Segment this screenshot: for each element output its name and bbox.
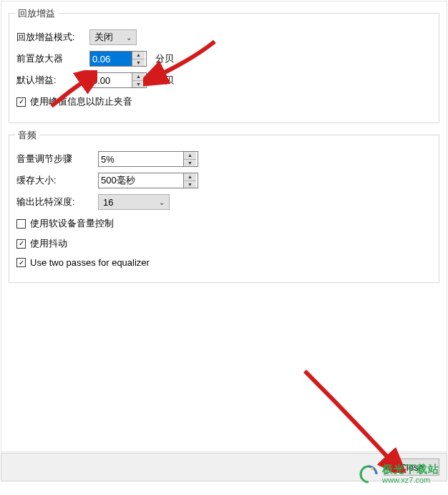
input-default-gain[interactable] (90, 73, 132, 87)
label-preamp: 前置放大器 (16, 52, 84, 65)
label-peak: 使用峰值信息以防止夹音 (30, 95, 132, 108)
spin-up-icon[interactable]: ▲ (132, 73, 145, 81)
spinner-default-gain[interactable]: ▲ ▼ (89, 72, 147, 88)
checkbox-peak[interactable]: ✓ (16, 97, 26, 107)
spin-down-icon[interactable]: ▼ (132, 59, 145, 67)
spin-down-icon[interactable]: ▼ (132, 81, 145, 88)
input-buffer[interactable] (99, 173, 183, 188)
input-preamp[interactable] (90, 52, 132, 66)
group-audio-legend: 音频 (15, 129, 39, 142)
spinner-volstep[interactable]: ▲ ▼ (98, 151, 198, 167)
spinner-preamp[interactable]: ▲ ▼ (89, 51, 147, 67)
checkbox-twopass[interactable]: ✓ (16, 258, 26, 267)
combo-bitdepth-value: 16 (103, 197, 113, 208)
spin-up-icon[interactable]: ▲ (132, 52, 145, 59)
checkbox-dither[interactable]: ✓ (16, 239, 26, 249)
group-replay-legend: 回放增益 (15, 7, 58, 20)
label-softvol: 使用软设备音量控制 (30, 217, 114, 230)
label-volstep: 音量调节步骤 (16, 153, 92, 165)
label-default-gain-unit: 分贝 (155, 74, 174, 87)
label-preamp-unit: 分贝 (155, 52, 174, 65)
label-twopass: Use two passes for equalizer (30, 257, 150, 268)
button-bar: Close (1, 453, 447, 481)
group-replay-gain: 回放增益 回放增益模式: 关闭 ⌄ 前置放大器 ▲ ▼ 分贝 默认增益: (9, 13, 439, 123)
label-bitdepth: 输出比特深度: (16, 196, 92, 208)
spin-up-icon[interactable]: ▲ (184, 152, 196, 160)
combo-bitdepth[interactable]: 16 ⌄ (98, 194, 170, 210)
spin-up-icon[interactable]: ▲ (184, 173, 196, 181)
combo-replay-mode[interactable]: 关闭 ⌄ (89, 29, 137, 45)
label-dither: 使用抖动 (30, 237, 67, 250)
label-buffer: 缓存大小: (16, 174, 92, 187)
spinner-buffer[interactable]: ▲ ▼ (98, 173, 198, 188)
label-replay-mode: 回放增益模式: (16, 31, 84, 44)
label-default-gain: 默认增益: (16, 74, 84, 87)
close-button[interactable]: Close (384, 458, 439, 476)
input-volstep[interactable] (99, 152, 183, 166)
chevron-down-icon: ⌄ (123, 34, 135, 42)
chevron-down-icon: ⌄ (156, 198, 167, 206)
spin-down-icon[interactable]: ▼ (184, 160, 196, 167)
combo-replay-mode-value: 关闭 (94, 31, 113, 44)
spin-down-icon[interactable]: ▼ (184, 181, 196, 188)
checkbox-softvol[interactable] (16, 219, 26, 229)
group-audio: 音频 音量调节步骤 ▲ ▼ 缓存大小: ▲ ▼ 输出比特深度: (9, 135, 439, 283)
